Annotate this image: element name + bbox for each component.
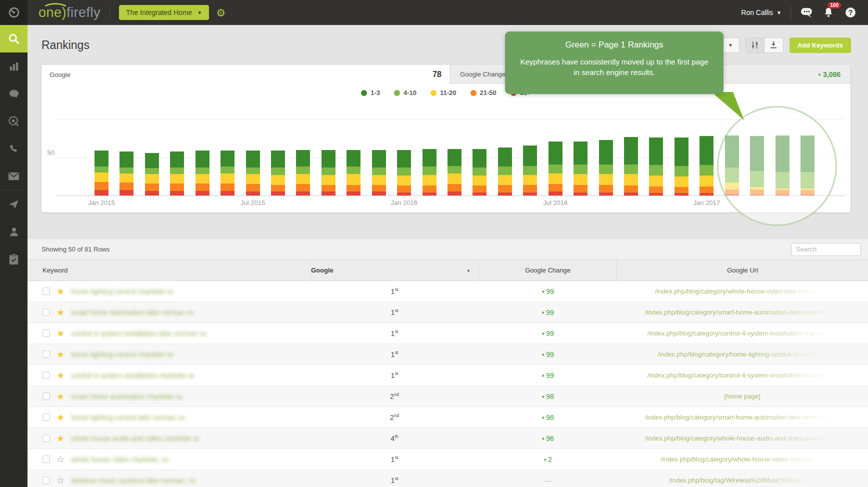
up-arrow-icon: ▲: [541, 352, 545, 356]
download-button[interactable]: [764, 38, 783, 52]
legend-item[interactable]: 21-50: [470, 89, 496, 96]
row-checkbox[interactable]: [42, 350, 50, 358]
google-url-link[interactable]: /index.php/blog/category/whole-house-aud…: [645, 434, 840, 442]
sidebar-item-calls[interactable]: [0, 135, 28, 162]
add-keywords-button[interactable]: Add Keywords: [790, 38, 851, 53]
keyword-text[interactable]: home lighting control charlotte nc: [71, 350, 174, 358]
chevron-down-icon: ▼: [197, 10, 202, 16]
filter-columns-button[interactable]: [746, 38, 764, 52]
star-outline-icon[interactable]: ☆: [56, 455, 64, 464]
google-url-link[interactable]: /index.php/blog/category/whole-house-vid…: [660, 456, 824, 463]
settings-gear-icon[interactable]: ⚙: [216, 8, 226, 18]
messages-button[interactable]: [800, 6, 813, 19]
star-filled-icon[interactable]: ★: [56, 371, 64, 380]
row-checkbox[interactable]: [42, 456, 50, 463]
column-header-keyword[interactable]: Keyword: [28, 260, 310, 280]
rank-value: 2nd: [390, 413, 399, 422]
up-arrow-icon: ▲: [541, 416, 545, 420]
keyword-text[interactable]: whole house video charlotte, nc: [71, 456, 169, 464]
bar-segment: [94, 166, 108, 172]
sidebar-item-reviews[interactable]: [0, 80, 28, 108]
star-outline-icon[interactable]: ☆: [56, 476, 64, 485]
legend-label: 4-10: [404, 89, 416, 96]
keyword-text[interactable]: control 4 system installation lake norma…: [71, 330, 207, 338]
chat-bubble-icon: [8, 88, 20, 100]
bar-segment: [523, 185, 537, 192]
sidebar-item-clients[interactable]: [0, 218, 28, 246]
sidebar-item-seo-targets[interactable]: [0, 108, 28, 135]
search-icon: [8, 32, 20, 46]
column-header-google-url[interactable]: Google Url: [616, 260, 868, 280]
rank-ordinal: nd: [394, 413, 399, 418]
sidebar-item-tasks[interactable]: [0, 246, 28, 273]
column-header-google[interactable]: Google ▲: [310, 260, 478, 280]
bar-segment: [120, 152, 134, 168]
sidebar-item-analytics[interactable]: [0, 52, 28, 80]
keyword-text[interactable]: home lighting control charlotte nc: [71, 288, 174, 296]
dashboard-nav-item[interactable]: [0, 0, 28, 25]
row-checkbox[interactable]: [42, 414, 50, 421]
bar-segment: [574, 192, 588, 196]
legend-item[interactable]: 11-20: [430, 89, 456, 96]
bar-segment: [523, 192, 537, 196]
row-checkbox[interactable]: [42, 308, 50, 316]
bar-segment: [548, 164, 562, 174]
row-checkbox[interactable]: [42, 434, 50, 442]
bar-segment: [448, 174, 462, 184]
table-row: ★control 4 system installation charlotte…: [28, 365, 868, 386]
bar-segment: [296, 184, 310, 192]
site-selector-dropdown[interactable]: The Integrated Home ▼: [119, 5, 209, 20]
google-url-link[interactable]: /index.php/blog/category/control-4-syste…: [648, 330, 837, 337]
keyword-text[interactable]: control 4 system installation charlotte …: [71, 372, 195, 380]
tab-google[interactable]: Google 78: [42, 65, 450, 84]
sidebar-item-campaigns[interactable]: [0, 190, 28, 218]
star-filled-icon[interactable]: ★: [56, 350, 64, 359]
search-input[interactable]: [791, 243, 861, 256]
star-filled-icon[interactable]: ★: [56, 434, 64, 443]
rank-value: 1st: [391, 371, 398, 380]
google-url-link[interactable]: /index.php/blog/category/control-4-syste…: [648, 372, 837, 379]
row-checkbox[interactable]: [42, 392, 50, 400]
sidebar-item-search[interactable]: [0, 25, 28, 52]
row-checkbox[interactable]: [42, 330, 50, 337]
bar-segment: [523, 166, 537, 175]
google-url-link[interactable]: /index.php/blog/tag/Wireless%20Music%20S…: [669, 476, 816, 484]
notifications-button[interactable]: 100: [822, 6, 835, 19]
column-header-google-change[interactable]: Google Change: [478, 260, 616, 280]
bar-segment: [94, 172, 108, 182]
google-url-link[interactable]: /index.php/blog/category/home-lighting-c…: [658, 350, 827, 358]
legend-item[interactable]: 1-3: [361, 89, 380, 96]
star-filled-icon[interactable]: ★: [56, 413, 64, 422]
table-row: ☆whole house video charlotte, nc1st▲2/in…: [28, 449, 868, 470]
bar-segment: [674, 193, 688, 196]
legend-item[interactable]: 4-10: [394, 89, 416, 96]
bar-segment: [548, 184, 562, 192]
star-filled-icon[interactable]: ★: [56, 308, 64, 317]
row-checkbox[interactable]: [42, 372, 50, 379]
bell-icon: [823, 7, 834, 18]
google-url-link[interactable]: /index.php/blog/category/smart-home-auto…: [645, 308, 840, 316]
bar-segment: [574, 142, 588, 164]
bar-segment: [271, 175, 285, 185]
user-name: Ron Callis: [741, 8, 773, 16]
google-rank-cell: 1st: [310, 365, 478, 386]
google-change-cell: ▲96: [478, 428, 616, 448]
keyword-text[interactable]: smart home automation charlotte nc: [71, 392, 182, 400]
google-url-link[interactable]: [home page]: [724, 392, 760, 400]
sidebar-item-email[interactable]: [0, 162, 28, 190]
keyword-text[interactable]: wireless music systems lake norman, nc: [71, 476, 196, 484]
google-url-link[interactable]: /index.php/blog/category/smart-home-auto…: [645, 414, 840, 421]
star-filled-icon[interactable]: ★: [56, 287, 64, 296]
row-checkbox[interactable]: [42, 476, 50, 484]
user-menu[interactable]: Ron Callis ▼: [741, 8, 782, 16]
keyword-text[interactable]: smart home automation lake norman nc: [71, 308, 194, 316]
help-button[interactable]: ?: [844, 6, 857, 19]
row-checkbox[interactable]: [42, 288, 50, 295]
keyword-text[interactable]: whole house audio and video charlotte nc: [71, 434, 200, 442]
star-filled-icon[interactable]: ★: [56, 392, 64, 401]
clipboard-check-icon: [8, 254, 19, 265]
google-url-link[interactable]: /index.php/blog/category/whole-house-vid…: [655, 288, 830, 295]
keyword-text[interactable]: home lighting control lake norman nc: [71, 414, 186, 422]
star-filled-icon[interactable]: ★: [56, 329, 64, 338]
rank-ordinal: st: [394, 476, 398, 481]
